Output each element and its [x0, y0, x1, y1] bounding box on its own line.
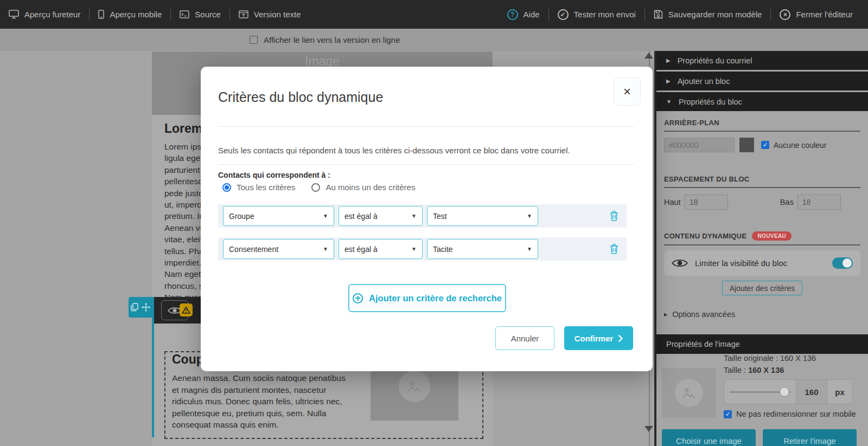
match-label: Contacts qui correspondent à :	[218, 171, 330, 179]
radio-all-label: Tous les critères	[237, 183, 295, 192]
radio-all-criteria[interactable]	[222, 183, 231, 192]
divider	[218, 164, 634, 165]
modal-description: Seuls les contacts qui répondent à tous …	[218, 146, 570, 155]
criteria-field-select[interactable]: Consentement ▼	[223, 239, 334, 259]
criteria-value-select[interactable]: Tacite ▼	[427, 239, 538, 259]
caret-down-icon: ▼	[323, 246, 328, 252]
criteria-value-value: Test	[433, 212, 447, 221]
match-radio-group: Tous les critères Au moins un des critèr…	[222, 183, 415, 192]
criteria-field-value: Consentement	[229, 245, 278, 254]
delete-criteria-button[interactable]	[610, 244, 618, 254]
confirm-button[interactable]: Confirmer	[564, 326, 633, 350]
dynamic-block-criteria-modal: × Critères du bloc dynamique Seuls les c…	[201, 67, 653, 371]
criteria-field-value: Groupe	[229, 212, 254, 221]
criteria-field-select[interactable]: Groupe ▼	[223, 206, 334, 226]
trash-icon	[610, 211, 618, 221]
delete-criteria-button[interactable]	[610, 211, 618, 221]
criteria-value-value: Tacite	[433, 245, 453, 254]
criteria-operator-select[interactable]: est égal à ▼	[339, 206, 423, 226]
chevron-right-icon	[618, 334, 623, 342]
caret-down-icon: ▼	[527, 213, 532, 219]
add-search-criteria-label: Ajouter un critère de recherche	[369, 293, 502, 303]
radio-any-label: Au moins un des critères	[326, 183, 415, 192]
criteria-row: Consentement ▼ est égal à ▼ Tacite ▼	[218, 237, 627, 261]
criteria-operator-select[interactable]: est égal à ▼	[339, 239, 423, 259]
add-search-criteria-button[interactable]: Ajouter un critère de recherche	[348, 284, 506, 312]
caret-down-icon: ▼	[411, 246, 417, 252]
caret-down-icon: ▼	[411, 213, 417, 219]
modal-title: Critères du bloc dynamique	[218, 89, 383, 105]
criteria-operator-value: est égal à	[344, 212, 378, 221]
confirm-label: Confirmer	[575, 334, 614, 343]
modal-close-button[interactable]: ×	[614, 77, 641, 106]
trash-icon	[610, 244, 618, 254]
divider	[218, 126, 634, 127]
plus-circle-icon	[353, 293, 363, 303]
radio-any-criteria[interactable]	[311, 183, 320, 192]
cancel-button[interactable]: Annuler	[495, 326, 554, 350]
criteria-operator-value: est égal à	[344, 245, 378, 254]
criteria-row: Groupe ▼ est égal à ▼ Test ▼	[218, 204, 627, 228]
caret-down-icon: ▼	[323, 213, 328, 219]
close-icon: ×	[623, 84, 631, 99]
caret-down-icon: ▼	[527, 246, 532, 252]
criteria-value-select[interactable]: Test ▼	[427, 206, 538, 226]
